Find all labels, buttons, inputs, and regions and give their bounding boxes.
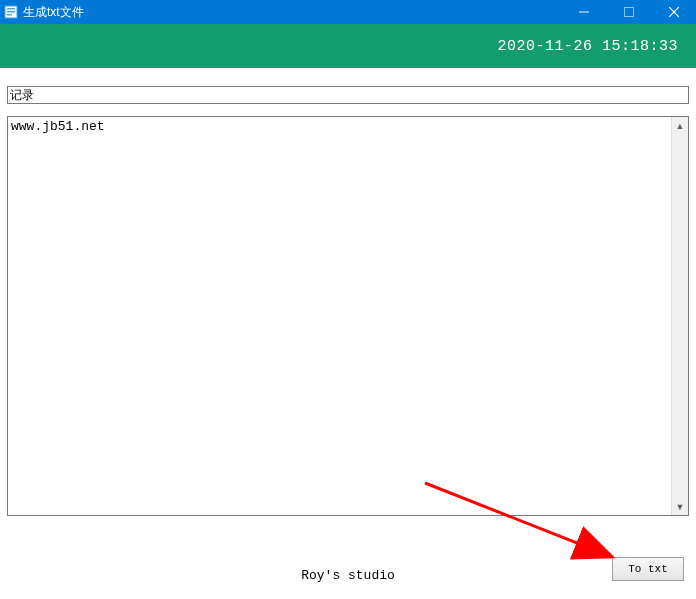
minimize-button[interactable] xyxy=(561,0,606,24)
title-input[interactable] xyxy=(7,86,689,104)
footer: Roy's studio To txt xyxy=(0,555,696,583)
window-title: 生成txt文件 xyxy=(23,4,84,21)
banner: 2020-11-26 15:18:33 xyxy=(0,24,696,68)
svg-rect-5 xyxy=(624,8,633,17)
banner-timestamp: 2020-11-26 15:18:33 xyxy=(497,38,678,55)
maximize-button[interactable] xyxy=(606,0,651,24)
svg-rect-3 xyxy=(7,14,12,16)
titlebar: 生成txt文件 xyxy=(0,0,696,24)
content-area: ▲ ▼ xyxy=(0,68,696,516)
svg-rect-1 xyxy=(7,8,15,10)
to-txt-button[interactable]: To txt xyxy=(612,557,684,581)
scroll-down-icon[interactable]: ▼ xyxy=(672,498,688,515)
content-textarea[interactable] xyxy=(8,117,671,515)
content-textarea-wrap: ▲ ▼ xyxy=(7,116,689,516)
scrollbar[interactable]: ▲ ▼ xyxy=(671,117,688,515)
svg-rect-2 xyxy=(7,11,15,13)
studio-label: Roy's studio xyxy=(301,568,395,583)
app-icon xyxy=(3,4,19,20)
close-button[interactable] xyxy=(651,0,696,24)
scroll-up-icon[interactable]: ▲ xyxy=(672,117,688,134)
